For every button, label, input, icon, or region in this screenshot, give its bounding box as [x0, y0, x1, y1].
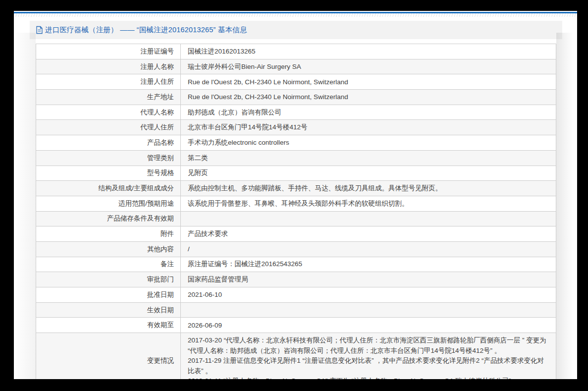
table-row: 生产地址 Rue de l'Ouest 2b, CH-2340 Le Noirm… — [36, 90, 556, 105]
info-table-container: 注册证编号 国械注进20162013265 注册人名称 瑞士彼岸外科公司Bien… — [36, 44, 556, 379]
row-value: 国家药品监督管理局 — [181, 272, 556, 287]
row-label: 产品储存条件及有效期 — [36, 211, 181, 226]
hatched-band — [14, 13, 577, 17]
row-label: 注册人住所 — [36, 74, 181, 90]
row-label: 其他内容 — [36, 241, 181, 257]
row-value: 北京市丰台区角门甲14号院14号楼412号 — [181, 120, 556, 135]
row-label: 变更情况 — [36, 333, 181, 379]
table-row: 型号规格 见附页 — [36, 166, 556, 181]
row-value: Rue de l'Ouest 2b, CH-2340 Le Noirmont, … — [181, 74, 556, 90]
screen: { "page": { "title": "进口医疗器械（注册） —— “国械注… — [0, 0, 588, 391]
change-record-line: 2017-11-29 注册证信息变化详见附件1 “注册证信息变化对比表” ，其中… — [188, 356, 550, 376]
row-label: 适用范围/预期用途 — [36, 196, 181, 211]
row-value: 产品技术要求 — [181, 226, 556, 242]
row-value: 手术动力系统electronic controllers — [181, 135, 556, 151]
table-row: 注册证编号 国械注进20162013265 — [36, 44, 556, 59]
table-row: 结构及组成/主要组成成分 系统由控制主机、多功能脚踏板、手持件、马达、线缆及刀具… — [36, 181, 556, 196]
row-label: 代理人名称 — [36, 105, 181, 120]
table-row: 备注 原注册证编号：国械注进20162543265 — [36, 257, 556, 272]
row-label: 型号规格 — [36, 166, 181, 181]
change-record-line: 2017-03-20 “代理人名称：北京永轩科技有限公司；代理人住所：北京市海淀… — [188, 335, 550, 356]
table-row: 附件 产品技术要求 — [36, 226, 556, 242]
table-row: 适用范围/预期用途 该系统用于骨骼整形、耳鼻喉、耳神经及头颈部外科手术的软硬组织… — [36, 196, 556, 211]
row-value: 国械注进20162013265 — [181, 44, 556, 59]
row-value: 助邦德成（北京）咨询有限公司 — [181, 105, 556, 120]
table-row: 生效日期 — [36, 302, 556, 318]
table-row: 注册人住所 Rue de l'Ouest 2b, CH-2340 Le Noir… — [36, 74, 556, 90]
table-row: 有效期至 2026-06-09 — [36, 318, 556, 333]
row-label: 管理类别 — [36, 150, 181, 166]
table-row: 管理类别 第二类 — [36, 150, 556, 166]
row-value: 2026-06-09 — [181, 318, 556, 333]
table-row: 注册人名称 瑞士彼岸外科公司Bien-Air Surgery SA — [36, 59, 556, 74]
row-value — [181, 211, 556, 226]
row-label: 生产地址 — [36, 90, 181, 105]
row-value: 系统由控制主机、多功能脚踏板、手持件、马达、线缆及刀具组成。具体型号见附页。 — [181, 181, 556, 196]
row-value: 2021-06-10 — [181, 287, 556, 303]
row-value: 见附页 — [181, 166, 556, 181]
row-label: 附件 — [36, 226, 181, 242]
content-page: 进口医疗器械（注册） —— “国械注进20162013265” 基本信息 注册证… — [14, 11, 577, 379]
row-label: 备注 — [36, 257, 181, 272]
right-edge-shade — [556, 33, 577, 379]
page-title: 进口医疗器械（注册） —— “国械注进20162013265” 基本信息 — [45, 25, 247, 35]
table-row: 代理人住所 北京市丰台区角门甲14号院14号楼412号 — [36, 120, 556, 135]
row-value: 该系统用于骨骼整形、耳鼻喉、耳神经及头颈部外科手术的软硬组织切割。 — [181, 196, 556, 211]
table-row: 其他内容 / — [36, 241, 556, 257]
row-label: 生效日期 — [36, 302, 181, 318]
table-row: 产品储存条件及有效期 — [36, 211, 556, 226]
row-value — [181, 302, 556, 318]
document-icon — [36, 26, 43, 34]
row-label: 审批部门 — [36, 272, 181, 287]
table-row: 批准日期 2021-06-10 — [36, 287, 556, 303]
row-label: 代理人住所 — [36, 120, 181, 135]
row-value: / — [181, 241, 556, 257]
info-table-body: 注册证编号 国械注进20162013265 注册人名称 瑞士彼岸外科公司Bien… — [36, 44, 556, 380]
page-title-bar: 进口医疗器械（注册） —— “国械注进20162013265” 基本信息 — [30, 21, 562, 39]
row-label: 注册人名称 — [36, 59, 181, 74]
left-edge-shade — [14, 33, 36, 379]
table-row: 审批部门 国家药品监督管理局 — [36, 272, 556, 287]
change-record-line: 2019-01-11 “注册人名称：Bien-Air Surgery SA” 变… — [188, 376, 550, 379]
row-value: 第二类 — [181, 150, 556, 166]
row-label: 有效期至 — [36, 318, 181, 333]
row-label: 注册证编号 — [36, 44, 181, 59]
table-row: 变更情况 2017-03-20 “代理人名称：北京永轩科技有限公司；代理人住所：… — [36, 333, 556, 379]
row-label: 批准日期 — [36, 287, 181, 303]
row-label: 结构及组成/主要组成成分 — [36, 181, 181, 196]
info-table: 注册证编号 国械注进20162013265 注册人名称 瑞士彼岸外科公司Bien… — [36, 44, 556, 379]
table-row: 产品名称 手术动力系统electronic controllers — [36, 135, 556, 151]
row-value: 2017-03-20 “代理人名称：北京永轩科技有限公司；代理人住所：北京市海淀… — [181, 333, 556, 379]
row-value: 原注册证编号：国械注进20162543265 — [181, 257, 556, 272]
table-row: 代理人名称 助邦德成（北京）咨询有限公司 — [36, 105, 556, 120]
row-value: 瑞士彼岸外科公司Bien-Air Surgery SA — [181, 59, 556, 74]
row-value: Rue de l'Ouest 2b, CH-2340 Le Noirmont, … — [181, 90, 556, 105]
row-label: 产品名称 — [36, 135, 181, 151]
